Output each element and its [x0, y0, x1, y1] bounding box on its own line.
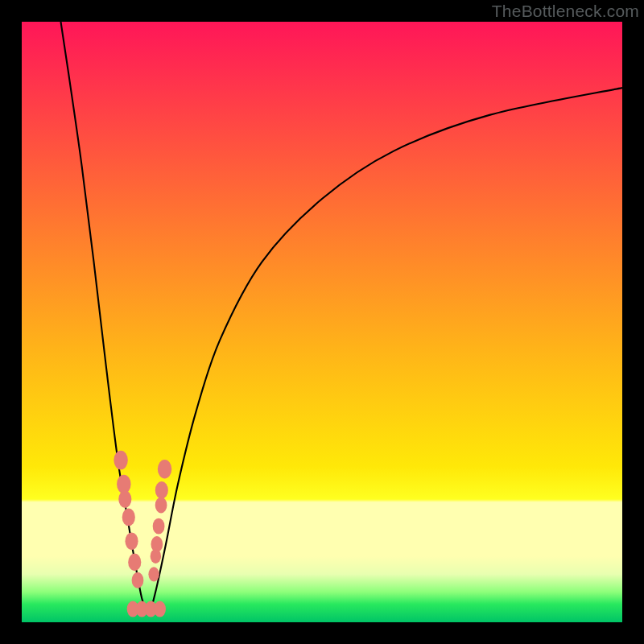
marker-dot — [122, 509, 135, 526]
curves-layer — [22, 22, 622, 622]
marker-dot — [132, 572, 144, 588]
marker-dot — [128, 554, 141, 572]
plot-area — [22, 22, 622, 622]
marker-dot — [154, 601, 166, 617]
marker-dot — [148, 567, 159, 581]
marker-dot — [151, 549, 161, 564]
right-curve — [151, 88, 622, 610]
marker-dot — [155, 497, 167, 514]
marker-dot — [114, 451, 127, 470]
watermark-text: TheBottleneck.com — [492, 2, 639, 21]
marker-dot — [118, 490, 131, 508]
marker-cluster — [114, 451, 171, 617]
marker-dot — [153, 518, 165, 535]
marker-dot — [155, 481, 168, 499]
marker-dot — [125, 532, 138, 550]
marker-dot — [158, 460, 171, 479]
chart-stage: TheBottleneck.com — [0, 0, 644, 644]
